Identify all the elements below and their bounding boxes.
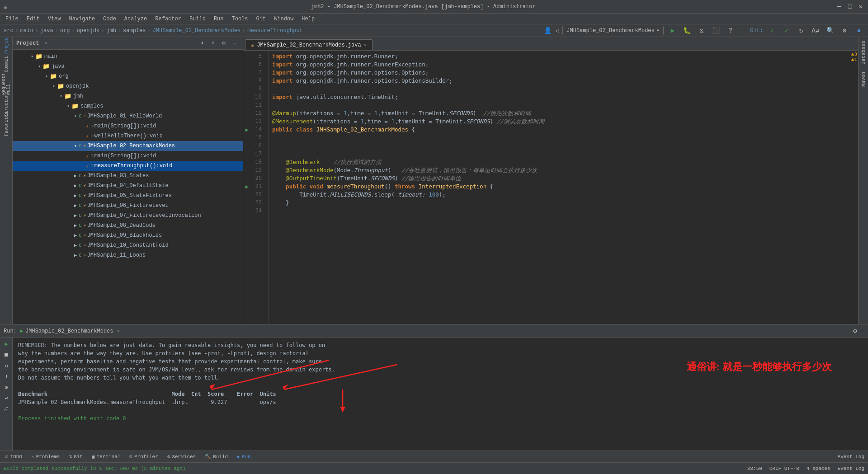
menu-view[interactable]: View — [44, 15, 65, 23]
breadcrumb-method[interactable]: measureThroughput — [247, 28, 302, 34]
code-content[interactable]: import org.openjdk.jmh.runner.Runner; im… — [269, 51, 852, 324]
tree-org[interactable]: ▾ 📁 org — [13, 71, 243, 81]
tree-sample01[interactable]: ▾ C ⚡ JMHSample_01_HelloWorld — [13, 111, 243, 121]
tree-sample07[interactable]: ▶ C ⚡ JMHSample_07_FixtureLevelInvocatio… — [13, 211, 243, 221]
panel-collapse-all[interactable]: ⬍ — [198, 39, 207, 48]
menu-help[interactable]: Help — [298, 15, 318, 23]
tree-sample08[interactable]: ▶ C ⚡ JMHSample_08_DeadCode — [13, 221, 243, 230]
menu-run[interactable]: Run — [210, 15, 227, 23]
profile-icon[interactable]: 👤 — [544, 27, 552, 34]
close-button[interactable]: ✕ — [857, 3, 864, 10]
tree-jmh[interactable]: ▾ 📁 jmh — [13, 91, 243, 101]
tree-sample06[interactable]: ▶ C ⚡ JMHSample_06_FixtureLevel — [13, 201, 243, 211]
debug-button[interactable]: 🐛 — [682, 25, 693, 36]
cursor-position[interactable]: 33:50 — [747, 466, 762, 471]
breadcrumb-class[interactable]: JMHSample_02_BenchmarkModes — [153, 28, 241, 34]
tree-sample10[interactable]: ▶ C ⚡ JMHSample_10_ConstantFold — [13, 240, 243, 250]
menu-refactor[interactable]: Refactor — [151, 15, 185, 23]
translate-button[interactable]: A⇄ — [810, 25, 821, 36]
tab-close-button[interactable]: ✕ — [364, 42, 367, 48]
user-button[interactable]: ● — [854, 25, 864, 36]
rerun-btn[interactable]: ↻ — [2, 361, 11, 370]
panel-minimize[interactable]: — — [230, 39, 239, 48]
run-with-coverage[interactable]: ⧖ — [696, 25, 707, 36]
tab-profiler[interactable]: ⊙ Profiler — [127, 453, 160, 460]
sidebar-commit-icon[interactable]: Commit — [1, 59, 12, 70]
run-config-dropdown[interactable]: JMHSample_02_BenchmarkModes ▾ — [562, 26, 664, 35]
sidebar-database-tab[interactable]: Database — [859, 37, 868, 68]
git-checkmark[interactable]: ✓ — [767, 25, 778, 36]
indent[interactable]: 4 spaces — [807, 466, 830, 471]
run-tab[interactable]: ▶ JMHSample_02_BenchmarkModes ✕ — [20, 328, 120, 334]
tab-git[interactable]: ⌥ Git — [67, 453, 84, 460]
run-tab-close[interactable]: ✕ — [117, 328, 120, 334]
settings-btn[interactable]: ⚙ — [2, 383, 11, 392]
sidebar-structure-icon[interactable]: Structure — [1, 99, 12, 109]
tree-sample04[interactable]: ▶ C ⚡ JMHSample_04_DefaultState — [13, 181, 243, 191]
run-button[interactable]: ▶ — [667, 25, 678, 36]
sidebar-maven-tab[interactable]: Maven — [859, 68, 868, 90]
tree-main-method-01[interactable]: ⚡ m main(String[]):void — [13, 121, 243, 131]
tab-services[interactable]: ⚙ Services — [165, 453, 198, 460]
maximize-button[interactable]: □ — [846, 3, 854, 10]
tree-java[interactable]: ▾ 📁 java — [13, 61, 243, 71]
tree-samples[interactable]: ▾ 📁 samples — [13, 101, 243, 111]
print-btn[interactable]: 🖨 — [2, 404, 11, 413]
menu-window[interactable]: Window — [270, 15, 297, 23]
menu-analyze[interactable]: Analyze — [121, 15, 151, 23]
breadcrumb-src[interactable]: src — [4, 28, 14, 34]
tree-wellhello[interactable]: ⚡ m wellHelloThere():void — [13, 131, 243, 141]
run-minimize-icon[interactable]: — — [861, 327, 864, 335]
stop-button[interactable]: ⬛ — [711, 25, 722, 36]
menu-tools[interactable]: Tools — [228, 15, 252, 23]
run-gutter-line21[interactable]: ▶ — [243, 183, 250, 191]
wrap-btn[interactable]: ↩ — [2, 394, 11, 403]
tree-sample02[interactable]: ▾ C ⚡ JMHSample_02_BenchmarkModes — [13, 141, 243, 151]
tab-build[interactable]: 🔨 Build — [203, 453, 230, 460]
breadcrumb-jmh[interactable]: jmh — [106, 28, 116, 34]
breadcrumb-main[interactable]: main — [20, 28, 33, 34]
help-button[interactable]: ? — [725, 25, 736, 36]
tree-measure[interactable]: ⚡ m measureThroughput():void — [13, 161, 243, 171]
minimize-button[interactable]: ─ — [835, 3, 843, 10]
event-log-btn[interactable]: Event Log — [838, 454, 864, 460]
sidebar-pullrequests-icon[interactable]: Pull Requests — [1, 79, 12, 89]
tree-sample11[interactable]: ▶ C ⚡ JMHSample_11_Loops — [13, 250, 243, 260]
menu-edit[interactable]: Edit — [23, 15, 43, 23]
search-button[interactable]: 🔍 — [825, 25, 835, 36]
tab-todo[interactable]: ☑ TODO — [4, 453, 24, 460]
editor-tab-main[interactable]: ☕ JMHSample_02_BenchmarkModes.java ✕ — [245, 39, 373, 50]
breadcrumb-samples[interactable]: samples — [123, 28, 146, 34]
sidebar-project-icon[interactable]: Project — [1, 39, 12, 50]
breadcrumb-java[interactable]: java — [40, 28, 53, 34]
breadcrumb-openjdk[interactable]: openjdk — [77, 28, 99, 34]
scroll-down-btn[interactable]: ⬇ — [2, 372, 11, 381]
menu-build[interactable]: Build — [186, 15, 209, 23]
settings-button[interactable]: ⚙ — [839, 25, 850, 36]
menu-file[interactable]: File — [2, 15, 22, 23]
tree-main[interactable]: ▾ 📁 main — [13, 52, 243, 61]
tab-problems[interactable]: ⚠ Problems — [29, 453, 61, 460]
menu-navigate[interactable]: Navigate — [65, 15, 99, 23]
tree-openjdk[interactable]: ▾ 📁 openjdk — [13, 81, 243, 91]
sidebar-favorites-icon[interactable]: Favorites — [1, 118, 12, 129]
panel-settings[interactable]: ⚙ — [219, 39, 228, 48]
git-refresh[interactable]: ↻ — [796, 25, 807, 36]
event-log-status[interactable]: Event Log — [838, 466, 864, 471]
run-gutter-line14[interactable]: ▶ — [243, 126, 250, 134]
stop-btn[interactable]: ⏹ — [2, 350, 11, 359]
run-settings-icon[interactable]: ⚙ — [853, 327, 857, 335]
menu-git[interactable]: Git — [253, 15, 270, 23]
tree-sample03[interactable]: ▶ C ⚡ JMHSample_03_States — [13, 171, 243, 181]
menu-code[interactable]: Code — [99, 15, 120, 23]
back-icon[interactable]: ◁ — [555, 27, 559, 34]
panel-expand-all[interactable]: ⬆ — [208, 39, 217, 48]
run-btn[interactable]: ▶ — [2, 339, 11, 348]
tree-main-method-02[interactable]: ⚡ m main(String[]):void — [13, 151, 243, 161]
encoding[interactable]: CRLF UTF-8 — [769, 466, 799, 471]
git-checkmark2[interactable]: ✓ — [781, 25, 792, 36]
tree-sample09[interactable]: ▶ C ⚡ JMHSample_09_Blackholes — [13, 230, 243, 240]
tab-run[interactable]: ▶ Run — [235, 453, 252, 460]
tree-sample05[interactable]: ▶ C ⚡ JMHSample_05_StateFixtures — [13, 191, 243, 201]
breadcrumb-org[interactable]: org — [60, 28, 70, 34]
